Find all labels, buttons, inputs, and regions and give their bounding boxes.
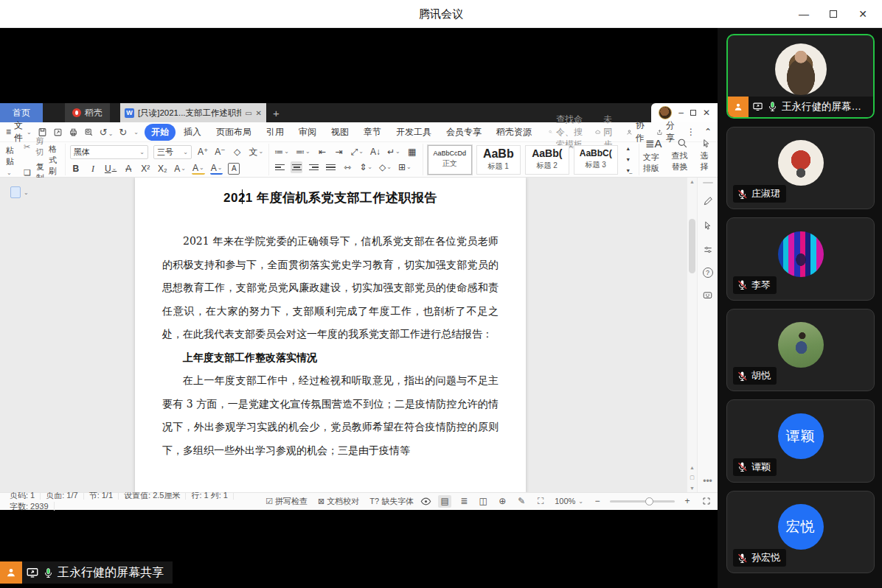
- clear-format-icon[interactable]: ◇: [232, 146, 243, 158]
- menu-item-引用[interactable]: 引用: [260, 124, 291, 141]
- character-border-icon[interactable]: A: [228, 163, 240, 175]
- borders-icon[interactable]: ⊞⌄: [397, 161, 412, 173]
- zoom-slider-knob[interactable]: [645, 497, 653, 505]
- help-icon[interactable]: ?: [703, 267, 713, 278]
- web-view-icon[interactable]: ⊕: [496, 495, 509, 508]
- align-center-icon[interactable]: [291, 161, 302, 173]
- participant-tile-王永行健的屏幕…[interactable]: 王永行健的屏幕…: [726, 34, 875, 119]
- menu-item-插入[interactable]: 插入: [177, 124, 208, 141]
- style-正文[interactable]: AaBbCcDd正文: [428, 145, 472, 175]
- collaborate-button[interactable]: 协作: [626, 119, 647, 144]
- participant-tile-庄淑珺[interactable]: 庄淑珺: [726, 127, 875, 210]
- page-settings-button[interactable]: ⌄: [10, 186, 29, 198]
- underline-icon[interactable]: U⌄: [104, 163, 117, 175]
- participant-tile-孙宏悦[interactable]: 宏悦孙宏悦: [726, 491, 875, 574]
- select-tool-icon[interactable]: [701, 219, 715, 232]
- settings-sliders-icon[interactable]: [701, 243, 715, 256]
- style-标题 3[interactable]: AaBbC(标题 3: [574, 145, 618, 175]
- select-button[interactable]: 选择⌄: [696, 144, 716, 175]
- paragraph-layout-icon[interactable]: ▦: [406, 146, 418, 158]
- superscript-icon[interactable]: X²: [139, 163, 151, 175]
- spell-check-button[interactable]: ☑拼写检查: [260, 496, 313, 507]
- maximize-button[interactable]: [819, 0, 848, 28]
- subscript-icon[interactable]: X₂: [156, 163, 168, 175]
- participant-tile-胡悦[interactable]: 胡悦: [726, 309, 875, 392]
- pinyin-guide-icon[interactable]: 文⌄: [249, 146, 265, 158]
- menu-item-开发工具[interactable]: 开发工具: [389, 124, 438, 141]
- participant-tile-李琴[interactable]: 李琴: [726, 217, 875, 301]
- print-preview-icon[interactable]: [84, 127, 94, 137]
- proofread-button[interactable]: ⊠文档校对: [313, 496, 364, 507]
- decrease-font-icon[interactable]: A⁻: [214, 146, 226, 158]
- format-painter-button[interactable]: 格式刷: [49, 144, 60, 175]
- prev-page-icon[interactable]: ▲: [687, 465, 697, 470]
- page-view-icon[interactable]: ▤: [438, 495, 451, 508]
- mic-muted-icon[interactable]: [737, 461, 748, 472]
- strikethrough-icon[interactable]: A: [122, 163, 134, 175]
- customize-toolbar-icon[interactable]: ⌄: [133, 129, 139, 136]
- justify-icon[interactable]: [324, 161, 336, 173]
- increase-font-icon[interactable]: A⁺: [197, 146, 209, 158]
- mic-muted-icon[interactable]: [737, 189, 748, 200]
- zoom-out-icon[interactable]: −: [591, 495, 604, 508]
- tab-document[interactable]: W [只读]2021...支部工作述职报告 ▭ ✕: [120, 103, 266, 122]
- menu-item-视图[interactable]: 视图: [324, 124, 355, 141]
- missing-font-button[interactable]: T?缺失字体: [364, 496, 419, 507]
- mic-on-icon[interactable]: [767, 101, 778, 112]
- align-right-icon[interactable]: [308, 161, 319, 173]
- page-select-icon[interactable]: ▢: [687, 475, 697, 480]
- zoom-level-button[interactable]: 100%⌄: [553, 497, 585, 505]
- style-标题 2[interactable]: AaBb(标题 2: [525, 145, 569, 175]
- asian-layout-icon[interactable]: ⤢⌄: [350, 146, 364, 158]
- wrap-icon[interactable]: ↵⌄: [386, 146, 401, 158]
- fullscreen-icon[interactable]: [700, 495, 713, 508]
- cut-button[interactable]: ✂剪切: [24, 136, 44, 158]
- paste-button[interactable]: 粘贴⌄: [6, 144, 19, 175]
- font-name-select[interactable]: 黑体⌄: [70, 145, 148, 159]
- document-page[interactable]: 2021 年度信机系党支部工作述职报告 2021 年来在学院党委的正确领导下，信…: [135, 178, 526, 492]
- menu-item-审阅[interactable]: 审阅: [292, 124, 323, 141]
- annotate-icon[interactable]: ✎: [515, 495, 528, 508]
- bold-icon[interactable]: B: [70, 163, 82, 175]
- wps-assistant-icon[interactable]: [701, 289, 715, 302]
- find-replace-button[interactable]: 查找替换⌄: [668, 144, 697, 175]
- align-left-icon[interactable]: [274, 161, 285, 173]
- eye-protect-icon[interactable]: [419, 495, 432, 508]
- mic-muted-icon[interactable]: [737, 371, 748, 382]
- shading-icon[interactable]: ◇⌄: [378, 161, 392, 173]
- new-tab-button[interactable]: +: [266, 103, 286, 122]
- tab-close-icon[interactable]: ✕: [256, 109, 262, 117]
- styles-down-icon[interactable]: ▼: [622, 155, 634, 165]
- undo-icon[interactable]: ↺⌄: [100, 127, 114, 138]
- menu-item-页面布局[interactable]: 页面布局: [209, 124, 258, 141]
- italic-icon[interactable]: I: [87, 163, 99, 175]
- next-page-icon[interactable]: ▼: [687, 486, 697, 491]
- redo-icon[interactable]: ↻: [119, 127, 127, 138]
- styles-up-icon[interactable]: ▲: [622, 144, 634, 154]
- more-tools-icon[interactable]: •••: [701, 475, 715, 488]
- tab-docer[interactable]: 稻壳: [65, 103, 110, 122]
- outline-view-icon[interactable]: ≣: [457, 495, 470, 508]
- mic-muted-icon[interactable]: [737, 553, 748, 564]
- menu-item-开始[interactable]: 开始: [145, 124, 176, 141]
- menu-item-会员专享[interactable]: 会员专享: [440, 124, 488, 141]
- minimize-button[interactable]: —: [789, 0, 819, 28]
- toolstrip-handle[interactable]: [703, 182, 713, 183]
- vertical-scrollbar[interactable]: ▲ ▲ ▢ ▼: [687, 178, 697, 492]
- zoom-slider[interactable]: [610, 500, 675, 503]
- highlight-color-icon[interactable]: A⌄: [192, 163, 205, 175]
- font-color-icon[interactable]: A⌄: [210, 163, 223, 175]
- typeset-button[interactable]: ≣A 文字排版⌄: [639, 144, 668, 175]
- read-view-icon[interactable]: ◫: [476, 495, 490, 508]
- decrease-indent-icon[interactable]: ⇤: [316, 146, 328, 158]
- style-标题 1[interactable]: AaBb标题 1: [476, 145, 521, 175]
- menu-item-章节[interactable]: 章节: [357, 124, 388, 141]
- zoom-in-icon[interactable]: +: [681, 495, 694, 508]
- mic-muted-icon[interactable]: [737, 279, 748, 290]
- numbered-list-icon[interactable]: ≕⌄: [295, 146, 311, 158]
- export-icon[interactable]: [53, 127, 63, 137]
- close-button[interactable]: ✕: [848, 0, 878, 28]
- line-spacing-icon[interactable]: ⇕⌄: [358, 161, 373, 173]
- more-menu-icon[interactable]: ⋮: [687, 127, 695, 137]
- collapse-ribbon-icon[interactable]: ⌃: [704, 127, 712, 137]
